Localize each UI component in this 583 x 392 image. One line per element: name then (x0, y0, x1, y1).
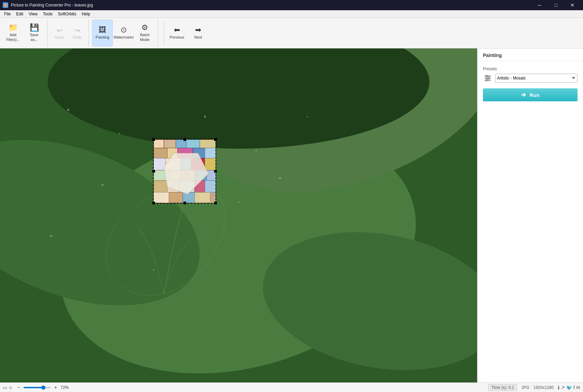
svg-point-14 (279, 177, 281, 179)
panel-content: Presets Artistic - Mosaic Oil Painting (477, 61, 583, 382)
svg-rect-42 (169, 192, 183, 203)
watermarks-button[interactable]: ⊙ Watermarks (113, 20, 134, 46)
svg-point-11 (238, 201, 240, 203)
svg-rect-40 (205, 180, 216, 192)
zoom-slider-fill (24, 387, 43, 388)
next-icon: ➡ (195, 26, 201, 34)
status-size: 1920x1280 (533, 385, 554, 390)
run-arrow-icon: ➜ (521, 91, 526, 99)
handle-mid-left[interactable] (152, 170, 155, 173)
svg-rect-19 (186, 140, 200, 148)
svg-point-13 (307, 116, 308, 117)
window-title: Picture to Painting Converter Pro - leav… (11, 3, 93, 8)
zoom-controls: − + 72% (15, 384, 71, 391)
redo-label: Redo (73, 35, 82, 39)
svg-rect-21 (154, 148, 167, 158)
run-label: Run (529, 92, 539, 98)
main-area: Painting Presets Artistic - Mosaic (0, 48, 583, 382)
canvas-area[interactable] (0, 48, 477, 382)
undo-label: Undo (55, 35, 64, 39)
save-as-icon: 💾 (30, 24, 39, 31)
status-bar: ▭ ⊹ − + 72% Time (s): 0.1 JPG 1920x1280 … (0, 382, 583, 392)
handle-bottom-left[interactable] (152, 202, 155, 204)
zoom-label: 72% (60, 385, 71, 390)
leaf-background (0, 48, 477, 382)
menu-file[interactable]: File (1, 11, 13, 17)
status-format: JPG (521, 385, 529, 390)
save-as-button[interactable]: 💾 Saveas... (24, 20, 44, 46)
handle-top-mid[interactable] (183, 138, 186, 141)
svg-rect-44 (195, 192, 210, 203)
painting-button[interactable]: 🖼 Painting (92, 20, 113, 46)
status-icon-rect[interactable]: ▭ (3, 385, 7, 390)
svg-rect-20 (200, 140, 216, 148)
right-panel: Painting Presets Artistic - Mosaic (477, 48, 583, 382)
panel-title: Painting (477, 48, 583, 61)
svg-rect-26 (154, 158, 166, 170)
redo-button[interactable]: ↪ Redo (69, 20, 86, 46)
add-files-button[interactable]: 📁 AddFile(s)... (3, 20, 23, 46)
toolbar-group-history: ↩ Undo ↪ Redo (51, 19, 89, 47)
svg-point-8 (204, 116, 206, 118)
svg-rect-16 (154, 140, 164, 148)
toolbar-group-files: 📁 AddFile(s)... 💾 Saveas... (3, 19, 47, 47)
preset-row: Artistic - Mosaic Oil Painting Watercolo… (483, 73, 578, 83)
run-button[interactable]: ➜ Run (483, 88, 578, 101)
preset-select[interactable]: Artistic - Mosaic Oil Painting Watercolo… (495, 74, 578, 83)
svg-rect-30 (205, 158, 216, 170)
batch-mode-button[interactable]: ⚙ BatchMode (135, 20, 155, 46)
status-icons: ▭ ⊹ (3, 385, 13, 390)
watermarks-icon: ⊙ (121, 26, 127, 34)
mosaic-preview[interactable] (153, 139, 216, 204)
svg-point-53 (486, 79, 488, 81)
email-icon[interactable]: ✉ (576, 385, 580, 390)
zoom-slider-thumb[interactable] (41, 386, 45, 390)
svg-rect-36 (154, 180, 167, 192)
zoom-slider[interactable] (24, 387, 51, 388)
handle-top-right[interactable] (214, 138, 217, 141)
svg-point-6 (67, 109, 69, 111)
menu-tools[interactable]: Tools (40, 11, 55, 17)
svg-point-12 (50, 235, 52, 237)
next-button[interactable]: ➡ Next (188, 20, 208, 46)
zoom-in-button[interactable]: + (52, 384, 59, 391)
status-time: Time (s): 0.1 (488, 384, 517, 391)
status-action-icons: ℹ ↗ 🐦 f ✉ (558, 385, 580, 390)
add-files-icon: 📁 (9, 24, 18, 31)
status-icon-cursor[interactable]: ⊹ (9, 385, 13, 390)
maximize-button[interactable]: □ (548, 0, 564, 10)
app-icon: 🎨 (3, 2, 8, 8)
share-icon[interactable]: ↗ (561, 385, 565, 390)
handle-bottom-mid[interactable] (183, 202, 186, 204)
previous-button[interactable]: ⬅ Previous (167, 20, 187, 46)
zoom-out-button[interactable]: − (15, 384, 22, 391)
preset-icon (483, 73, 492, 83)
menu-help[interactable]: Help (79, 11, 93, 17)
close-button[interactable]: ✕ (565, 0, 580, 10)
previous-icon: ⬅ (174, 26, 180, 34)
svg-point-7 (119, 133, 120, 134)
handle-mid-right[interactable] (214, 170, 217, 173)
svg-point-9 (255, 150, 257, 151)
title-bar: 🎨 Picture to Painting Converter Pro - le… (0, 0, 583, 10)
facebook-icon[interactable]: f (573, 385, 575, 390)
menu-edit[interactable]: Edit (13, 11, 26, 17)
undo-button[interactable]: ↩ Undo (51, 20, 68, 46)
svg-rect-43 (183, 192, 195, 203)
window-controls: ─ □ ✕ (532, 0, 580, 10)
handle-top-left[interactable] (152, 138, 155, 141)
mosaic-inner (154, 140, 216, 203)
status-right: Time (s): 0.1 JPG 1920x1280 ℹ ↗ 🐦 f ✉ (488, 384, 580, 391)
minimize-button[interactable]: ─ (532, 0, 547, 10)
toolbar-group-nav: ⬅ Previous ➡ Next (167, 19, 211, 47)
svg-rect-25 (205, 148, 216, 158)
menu-softorbits[interactable]: SoftOrbits (55, 11, 79, 17)
toolbar-group-mode: 🖼 Painting ⊙ Watermarks ⚙ BatchMode (92, 19, 158, 47)
menu-view[interactable]: View (26, 11, 40, 17)
handle-bottom-right[interactable] (214, 202, 217, 204)
toolbar-separator (164, 21, 164, 45)
info-icon[interactable]: ℹ (558, 385, 559, 390)
toolbar: 📁 AddFile(s)... 💾 Saveas... ↩ Undo ↪ Red… (0, 18, 583, 48)
twitter-icon[interactable]: 🐦 (566, 385, 572, 390)
painting-label: Painting (96, 35, 109, 40)
